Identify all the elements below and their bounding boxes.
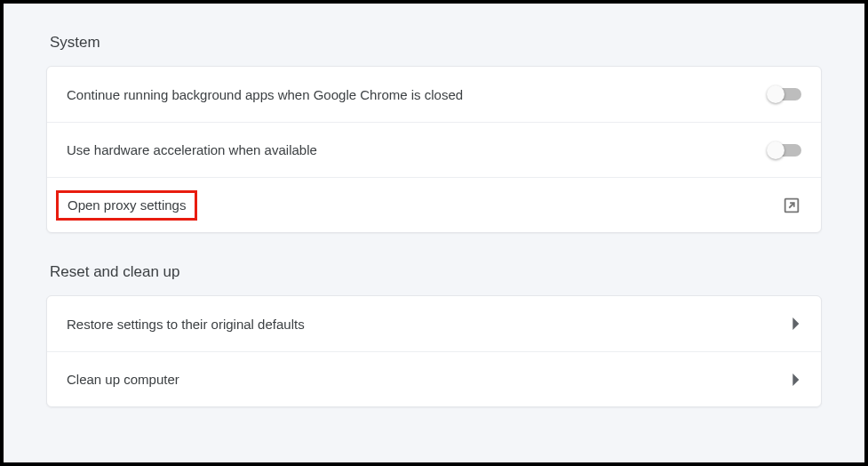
row-label-hardware-acceleration: Use hardware acceleration when available xyxy=(67,142,317,157)
row-open-proxy-settings[interactable]: Open proxy settings xyxy=(47,177,821,232)
row-label-clean-up-computer: Clean up computer xyxy=(67,372,179,387)
row-label-restore-defaults: Restore settings to their original defau… xyxy=(67,317,305,332)
reset-card: Restore settings to their original defau… xyxy=(46,295,822,407)
highlight-box-proxy: Open proxy settings xyxy=(56,190,197,221)
row-restore-defaults[interactable]: Restore settings to their original defau… xyxy=(47,296,821,351)
row-label-open-proxy-settings: Open proxy settings xyxy=(68,197,186,213)
toggle-background-apps[interactable] xyxy=(769,88,801,100)
toggle-hardware-acceleration[interactable] xyxy=(769,144,801,157)
toggle-knob xyxy=(767,85,784,103)
chevron-right-icon xyxy=(792,374,801,386)
row-background-apps[interactable]: Continue running background apps when Go… xyxy=(47,67,821,122)
row-label-background-apps: Continue running background apps when Go… xyxy=(67,87,463,102)
settings-page: System Continue running background apps … xyxy=(0,0,868,466)
section-title-reset: Reset and clean up xyxy=(50,263,822,281)
chevron-right-icon xyxy=(792,317,801,330)
row-clean-up-computer[interactable]: Clean up computer xyxy=(47,351,821,406)
toggle-knob xyxy=(767,141,784,159)
system-card: Continue running background apps when Go… xyxy=(46,66,822,233)
open-external-icon xyxy=(782,196,801,215)
section-title-system: System xyxy=(50,34,822,52)
row-hardware-acceleration[interactable]: Use hardware acceleration when available xyxy=(47,122,821,177)
